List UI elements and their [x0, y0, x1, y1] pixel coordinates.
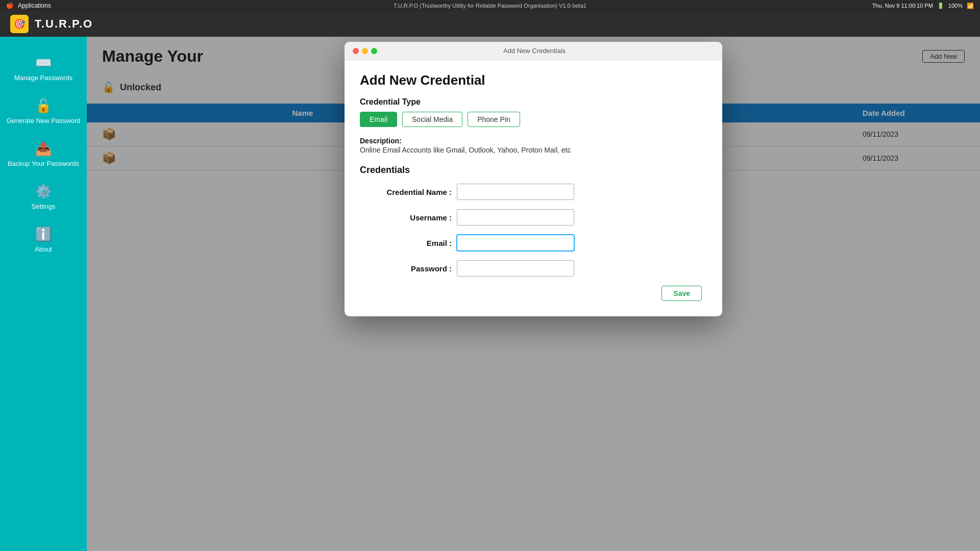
settings-icon: ⚙️	[35, 184, 52, 199]
main-layout: ⌨️ Manage Passwords 🔓 Generate New Passw…	[0, 37, 980, 551]
type-social-media-button[interactable]: Social Media	[402, 112, 462, 127]
app-title: T.U.R.P.O	[35, 17, 93, 31]
save-btn-row: Save	[360, 286, 707, 301]
sidebar-item-about[interactable]: ℹ️ About	[0, 218, 87, 261]
credential-type-heading: Credential Type	[360, 97, 707, 107]
username-input[interactable]	[457, 209, 574, 226]
window-title: T.U.R.P.O (Trustworthy Utility for Relia…	[394, 3, 586, 9]
modal-body: Add New Credential Credential Type Email…	[345, 60, 722, 316]
add-credential-modal: Add New Credentials Add New Credential C…	[345, 42, 722, 316]
email-input[interactable]	[457, 235, 574, 251]
description-text: Online Email Accounts like Gmail, Outloo…	[360, 146, 571, 154]
modal-overlay: Add New Credentials Add New Credential C…	[87, 37, 980, 551]
credential-name-label: Credential Name :	[360, 188, 452, 196]
type-buttons-group: Email Social Media Phone Pin	[360, 112, 707, 127]
type-phone-pin-button[interactable]: Phone Pin	[468, 112, 520, 127]
password-input[interactable]	[457, 260, 574, 277]
logo-icon: 🎯	[14, 18, 25, 30]
system-bar: 🍎 Applications T.U.R.P.O (Trustworthy Ut…	[0, 0, 980, 11]
apple-icon[interactable]: 🍎	[6, 2, 14, 9]
save-button[interactable]: Save	[662, 286, 702, 301]
close-button[interactable]	[353, 48, 359, 54]
applications-label[interactable]: Applications	[18, 2, 51, 9]
generate-password-label: Generate New Password	[7, 117, 81, 124]
content-area: Manage Your Add New 🔓 Unlocked Name User…	[87, 37, 980, 551]
email-row: Email :	[360, 235, 707, 251]
email-label: Email :	[360, 239, 452, 247]
backup-passwords-label: Backup Your Passwords	[8, 160, 79, 167]
system-bar-left: 🍎 Applications	[6, 2, 51, 9]
credentials-heading: Credentials	[360, 165, 707, 176]
traffic-lights	[353, 48, 377, 54]
sidebar-item-manage-passwords[interactable]: ⌨️ Manage Passwords	[0, 47, 87, 90]
datetime: Thu, Nov 9 11:00:10 PM	[872, 3, 933, 9]
modal-heading: Add New Credential	[360, 72, 707, 88]
sidebar-item-backup-passwords[interactable]: 📤 Backup Your Passwords	[0, 133, 87, 176]
sidebar-item-settings[interactable]: ⚙️ Settings	[0, 176, 87, 218]
battery-level: 100%	[948, 3, 963, 9]
maximize-button[interactable]	[371, 48, 377, 54]
manage-passwords-label: Manage Passwords	[14, 74, 72, 82]
type-email-button[interactable]: Email	[360, 112, 397, 127]
password-row: Password :	[360, 260, 707, 277]
password-label: Password :	[360, 264, 452, 273]
app-logo: 🎯	[10, 15, 29, 33]
manage-passwords-icon: ⌨️	[35, 55, 52, 71]
minimize-button[interactable]	[362, 48, 368, 54]
credential-name-input[interactable]	[457, 184, 574, 200]
system-bar-right: Thu, Nov 9 11:00:10 PM 🔋 100% 📶	[872, 3, 974, 9]
wifi-icon: 📶	[967, 3, 974, 9]
credential-name-row: Credential Name :	[360, 184, 707, 200]
about-icon: ℹ️	[35, 227, 52, 242]
sidebar: ⌨️ Manage Passwords 🔓 Generate New Passw…	[0, 37, 87, 551]
modal-title: Add New Credentials	[385, 47, 683, 55]
backup-passwords-icon: 📤	[35, 141, 52, 157]
about-label: About	[35, 245, 52, 253]
description-label: Description:	[360, 137, 402, 145]
battery-icon: 🔋	[937, 3, 944, 9]
description-section: Description: Online Email Accounts like …	[360, 136, 707, 155]
settings-label: Settings	[32, 203, 56, 210]
sidebar-item-generate-password[interactable]: 🔓 Generate New Password	[0, 90, 87, 133]
modal-titlebar: Add New Credentials	[345, 42, 722, 60]
username-row: Username :	[360, 209, 707, 226]
username-label: Username :	[360, 213, 452, 222]
generate-password-icon: 🔓	[35, 98, 52, 114]
title-bar: 🎯 T.U.R.P.O	[0, 11, 980, 37]
